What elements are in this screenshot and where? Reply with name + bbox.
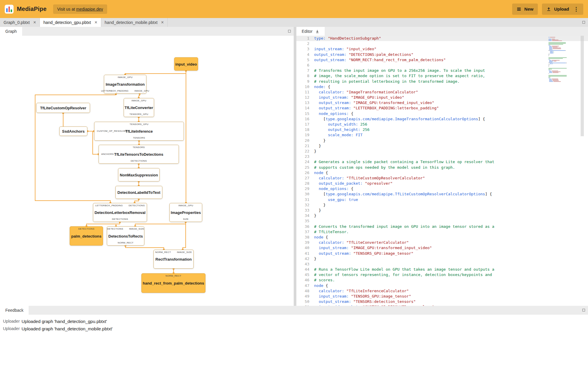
code-editor[interactable]: 1type: "HandDetectionSubgraph"23input_st… xyxy=(296,36,588,306)
code-line[interactable]: 15 node_options: { xyxy=(296,111,588,116)
code-line[interactable]: 9# resulting in potential letterboxing i… xyxy=(296,79,588,84)
tab-graph[interactable]: Graph xyxy=(0,27,22,36)
scrollbar-thumb[interactable] xyxy=(581,36,584,136)
code-line[interactable]: 11 calculator: "ImageTransformationCalcu… xyxy=(296,90,588,95)
graph-canvas[interactable]: input_videoIMAGE_GPUImageTransformationL… xyxy=(0,36,294,306)
code-line[interactable]: 50 output_stream: "TENSORS:detection_ten… xyxy=(296,299,588,304)
code-line[interactable]: 42} xyxy=(296,256,588,262)
close-tab-icon[interactable]: × xyxy=(161,20,164,25)
code-lines[interactable]: 1type: "HandDetectionSubgraph"23input_st… xyxy=(296,36,588,306)
graph-node-ImageTransformation[interactable]: IMAGE_GPUImageTransformationLETTERBOX_PA… xyxy=(104,75,146,94)
code-line[interactable]: 2 xyxy=(296,41,588,46)
tab-editor[interactable]: Editor xyxy=(296,27,325,36)
line-content: } xyxy=(314,143,321,149)
code-line[interactable]: 38node { xyxy=(296,235,588,240)
maximize-graph-icon[interactable] xyxy=(288,30,291,33)
code-line[interactable]: 27 calculator: "TfLiteCustomOpResolverCa… xyxy=(296,176,588,181)
code-line[interactable]: 1type: "HandDetectionSubgraph" xyxy=(296,36,588,41)
code-line[interactable]: 39 calculator: "TfLiteConverterCalculato… xyxy=(296,240,588,245)
code-line[interactable]: 40 input_stream: "IMAGE_GPU:transformed_… xyxy=(296,245,588,251)
code-line[interactable]: 17 output_width: 256 xyxy=(296,122,588,127)
code-line[interactable]: 46# scores. xyxy=(296,277,588,283)
code-line[interactable]: 18 output_height: 256 xyxy=(296,127,588,132)
code-line[interactable]: 8# image, the scale_mode option is set t… xyxy=(296,73,588,79)
code-line[interactable]: 22} xyxy=(296,149,588,154)
graph-node-DetectionLetterboxRemoval[interactable]: LETTERBOX_PADDINGDETECTIONSDetectionLett… xyxy=(93,203,147,222)
code-line[interactable]: 4output_stream: "DETECTIONS:palm_detecti… xyxy=(296,52,588,57)
code-line[interactable]: 20 } xyxy=(296,138,588,143)
line-content: output_stream: "NORM_RECT:hand_rect_from… xyxy=(314,57,446,63)
code-line[interactable]: 21 } xyxy=(296,143,588,149)
code-line[interactable]: 48 calculator: "TfLiteInferenceCalculato… xyxy=(296,288,588,294)
code-line[interactable]: 37# TfLiteTensor. xyxy=(296,229,588,235)
upload-button[interactable]: Upload ⋮ xyxy=(542,4,583,15)
graph-node-DetectionLabelIdToText[interactable]: DetectionLabelIdToText xyxy=(115,186,162,199)
code-line[interactable]: 7# Transforms the input image on GPU to … xyxy=(296,68,588,73)
feedback-entry: UploaderUploaded graph 'hand_detection_g… xyxy=(3,318,588,325)
code-line[interactable]: 13 output_stream: "IMAGE_GPU:transformed… xyxy=(296,100,588,105)
code-line[interactable]: 31 use_gpu: true xyxy=(296,197,588,202)
code-line[interactable]: 45# vector of tensors representing, for … xyxy=(296,272,588,277)
line-content: [type.googleapis.com/mediapipe.ImageTran… xyxy=(314,116,485,122)
minimap-mark xyxy=(549,71,552,71)
code-line[interactable]: 30 [type.googleapis.com/mediapipe.TfLite… xyxy=(296,191,588,197)
graph-node-TfLiteTensorsToDetections[interactable]: TENSORSTfLiteTensorsToDetectionsDETECTIO… xyxy=(99,145,179,164)
graph-node-TfLiteConverter[interactable]: IMAGE_GPUTfLiteConverterTENSORS_GPU xyxy=(124,98,154,117)
document-tab[interactable]: hand_detection_mobile.pbtxt× xyxy=(101,18,168,27)
minimap-mark xyxy=(550,53,553,53)
code-line[interactable]: 10node: { xyxy=(296,84,588,90)
line-content: # Transforms the input image on GPU to a… xyxy=(314,68,485,73)
close-tab-icon[interactable]: × xyxy=(33,20,36,25)
code-line[interactable]: 35 xyxy=(296,218,588,224)
code-line[interactable]: 6 xyxy=(296,63,588,68)
code-line[interactable]: 23 xyxy=(296,154,588,159)
code-line[interactable]: 41 output_stream: "TENSORS_GPU:image_ten… xyxy=(296,251,588,256)
graph-node-palm_detections[interactable]: DETECTIONSpalm_detections xyxy=(70,226,103,246)
code-line[interactable]: 19 scale_mode: FIT xyxy=(296,132,588,138)
code-line[interactable]: 36# Converts the transformed input image… xyxy=(296,224,588,229)
code-line[interactable]: 49 input_stream: "TENSORS_GPU:image_tens… xyxy=(296,294,588,299)
code-line[interactable]: 24# Generates a single side packet conta… xyxy=(296,159,588,165)
graph-node-SsdAnchors[interactable]: SsdAnchors xyxy=(59,126,87,136)
code-line[interactable]: 3input_stream: "input_video" xyxy=(296,46,588,52)
visit-link[interactable]: mediapipe.dev xyxy=(76,7,103,12)
graph-node-RectTransformation[interactable]: NORM_RECTIMAGE_SIZERectTransformation xyxy=(153,250,194,269)
line-number: 21 xyxy=(296,143,309,149)
code-line[interactable]: 32 } xyxy=(296,202,588,208)
port-label: IMAGE_GPU xyxy=(118,76,133,79)
code-line[interactable]: 25# supports custom ops needed by the mo… xyxy=(296,165,588,170)
code-line[interactable]: 16 [type.googleapis.com/mediapipe.ImageT… xyxy=(296,116,588,122)
code-line[interactable]: 26node { xyxy=(296,170,588,176)
code-line[interactable]: 12 input_stream: "IMAGE_GPU:input_video" xyxy=(296,95,588,100)
maximize-pane-icon[interactable] xyxy=(582,21,585,24)
code-line[interactable]: 29 node_options: { xyxy=(296,186,588,191)
document-tab[interactable]: hand_detection_gpu.pbtxt× xyxy=(40,18,101,27)
line-content: calculator: "TfLiteInferenceCalculator" xyxy=(314,288,409,294)
graph-node-hand_rect_from_palm_detections[interactable]: NORM_RECThand_rect_from_palm_detections xyxy=(141,273,205,293)
code-line[interactable]: 43 xyxy=(296,262,588,267)
code-line[interactable]: 33 } xyxy=(296,208,588,213)
graph-node-input_video[interactable]: input_video xyxy=(174,57,198,71)
graph-node-NonMaxSuppression[interactable]: NonMaxSuppression xyxy=(118,168,160,181)
editor-scrollbar[interactable] xyxy=(581,36,584,306)
download-icon[interactable] xyxy=(315,29,319,33)
code-line[interactable]: 28 output_side_packet: "opresolver" xyxy=(296,181,588,186)
editor-minimap[interactable] xyxy=(548,37,578,303)
graph-node-DetectionsToRects[interactable]: DETECTIONSIMAGE_SIZEDetectionsToRectsNOR… xyxy=(107,226,144,246)
maximize-feedback-icon[interactable] xyxy=(582,309,585,311)
code-line[interactable]: 5output_stream: "NORM_RECT:hand_rect_fro… xyxy=(296,57,588,63)
close-tab-icon[interactable]: × xyxy=(94,20,97,25)
line-content: node_options: { xyxy=(314,111,353,116)
code-line[interactable]: 44# Runs a TensorFlow Lite model on GPU … xyxy=(296,267,588,272)
graph-node-ImageProperties[interactable]: IMAGE_GPUImagePropertiesSIZE xyxy=(169,203,202,222)
graph-node-TfLiteInference[interactable]: TENSORS_GPUTfLiteInferenceTENSORSCUSTOM_… xyxy=(94,122,184,141)
new-button[interactable]: New xyxy=(512,4,538,15)
line-content: } xyxy=(314,256,316,262)
code-line[interactable]: 47node { xyxy=(296,283,588,288)
code-line[interactable]: 34} xyxy=(296,213,588,218)
graph-node-TfLiteCustomOpResolver[interactable]: TfLiteCustomOpResolver xyxy=(36,103,90,113)
tab-feedback[interactable]: Feedback xyxy=(0,306,29,315)
kebab-menu-icon[interactable]: ⋮ xyxy=(574,6,579,12)
code-line[interactable]: 14 output_stream: "LETTERBOX_PADDING:let… xyxy=(296,105,588,111)
document-tab[interactable]: Graph_0.pbtxt× xyxy=(0,18,40,27)
